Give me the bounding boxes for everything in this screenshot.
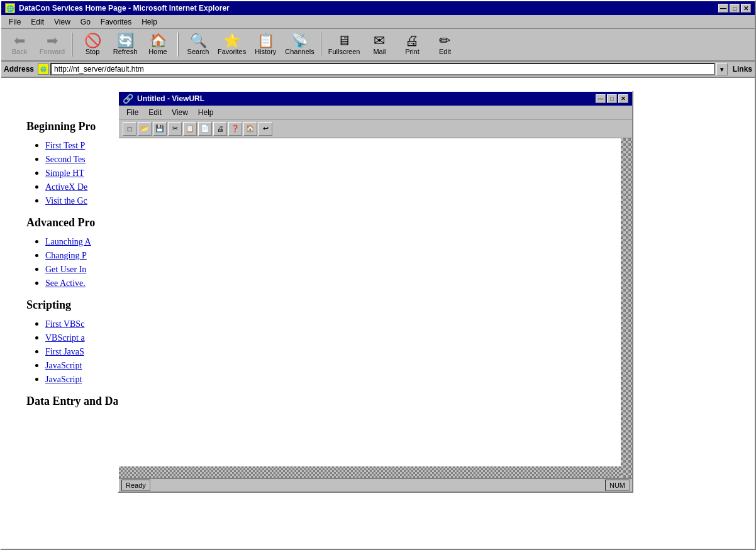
link-launching[interactable]: Launching A [45, 237, 91, 246]
ie-close-button[interactable]: ✕ [741, 4, 751, 13]
history-button[interactable]: 📋 History [250, 30, 281, 59]
menu-file[interactable]: File [4, 16, 26, 28]
popup-status-text: Ready [121, 480, 150, 491]
popup-title-bar: 🔗 Untitled - ViewURL — □ ✕ [119, 92, 632, 106]
popup-restore-button[interactable]: □ [607, 94, 617, 103]
viewurl-popup: 🔗 Untitled - ViewURL — □ ✕ File Edit Vie… [118, 91, 633, 493]
popup-paste-button[interactable]: 📄 [198, 122, 212, 136]
refresh-icon: 🔄 [117, 34, 134, 48]
favorites-icon: ⭐ [223, 34, 240, 48]
popup-title: Untitled - ViewURL [137, 94, 204, 103]
favorites-button[interactable]: ⭐ Favorites [215, 30, 248, 59]
edit-button[interactable]: ✏ Edit [429, 30, 460, 59]
popup-content-area [119, 138, 632, 478]
print-icon: 🖨 [405, 34, 419, 48]
ie-toolbar: ⬅ Back ➡ Forward 🚫 Stop 🔄 Refresh 🏠 Home… [1, 29, 755, 62]
channels-icon: 📡 [291, 34, 308, 48]
address-bar: Address 🌐 ▼ Links [1, 62, 755, 78]
ie-title-buttons: — □ ✕ [718, 4, 751, 13]
ie-menu-bar: File Edit View Go Favorites Help [1, 15, 755, 29]
forward-icon: ➡ [47, 34, 58, 48]
menu-view[interactable]: View [49, 16, 75, 28]
toolbar-separator-1 [72, 33, 73, 57]
link-visit[interactable]: Visit the Gc [45, 196, 87, 206]
mail-icon: ✉ [374, 34, 385, 48]
link-javascript1[interactable]: First JavaS [45, 347, 84, 356]
menu-help[interactable]: Help [136, 16, 162, 28]
ie-window: 🌐 DataCon Services Home Page - Microsoft… [0, 0, 756, 550]
stop-icon: 🚫 [84, 34, 101, 48]
content-area: Welcome to the DataCon Services Home Pag… [1, 78, 755, 549]
link-changing[interactable]: Changing P [45, 251, 87, 260]
popup-menu-help[interactable]: Help [193, 107, 219, 118]
address-page-icon: 🌐 [38, 63, 49, 75]
popup-menu-bar: File Edit View Help [119, 106, 632, 119]
fullscreen-button[interactable]: 🖥 Fullscreen [326, 30, 363, 59]
popup-copy-button[interactable]: 📋 [183, 122, 197, 136]
popup-new-button[interactable]: □ [123, 122, 136, 136]
popup-window-icon: 🔗 [123, 94, 133, 104]
back-button[interactable]: ⬅ Back [4, 30, 35, 59]
popup-horizontal-scrollbar[interactable] [119, 466, 621, 478]
link-second-test[interactable]: Second Tes [45, 155, 86, 164]
popup-status-bar: Ready NUM [119, 478, 632, 492]
ie-minimize-button[interactable]: — [718, 4, 728, 13]
popup-save-button[interactable]: 💾 [153, 122, 167, 136]
home-icon: 🏠 [150, 34, 167, 48]
popup-title-buttons: — □ ✕ [596, 94, 628, 103]
popup-menu-edit[interactable]: Edit [143, 107, 167, 118]
link-see-active[interactable]: See Active. [45, 278, 86, 288]
link-activex[interactable]: ActiveX De [45, 182, 87, 192]
forward-button[interactable]: ➡ Forward [36, 30, 68, 59]
link-vbscript1[interactable]: First VBSc [45, 319, 84, 329]
link-first-test[interactable]: First Test P [45, 141, 85, 150]
popup-open-button[interactable]: 📂 [138, 122, 152, 136]
popup-num-indicator: NUM [605, 480, 630, 491]
popup-content-inner [119, 138, 621, 478]
menu-go[interactable]: Go [75, 16, 96, 28]
toolbar-separator-3 [321, 33, 322, 57]
popup-menu-view[interactable]: View [167, 107, 193, 118]
ie-window-title: DataCon Services Home Page - Microsoft I… [19, 4, 230, 13]
refresh-button[interactable]: 🔄 Refresh [109, 30, 141, 59]
popup-menu-file[interactable]: File [121, 107, 143, 118]
search-icon: 🔍 [190, 34, 207, 48]
menu-edit[interactable]: Edit [26, 16, 49, 28]
popup-minimize-button[interactable]: — [596, 94, 606, 103]
back-icon: ⬅ [14, 34, 25, 48]
fullscreen-icon: 🖥 [337, 34, 351, 48]
address-dropdown-button[interactable]: ▼ [716, 63, 728, 75]
toolbar-separator-2 [177, 33, 179, 57]
mail-button[interactable]: ✉ Mail [364, 30, 395, 59]
address-label: Address [4, 65, 34, 74]
ie-maximize-button[interactable]: □ [730, 4, 740, 13]
search-button[interactable]: 🔍 Search [182, 30, 214, 59]
link-vbscript2[interactable]: VBScript a [45, 333, 85, 343]
link-javascript3[interactable]: JavaScript [45, 375, 82, 384]
history-icon: 📋 [257, 34, 274, 48]
link-simple-ht[interactable]: Simple HT [45, 168, 84, 178]
link-get-user[interactable]: Get User In [45, 265, 86, 274]
menu-favorites[interactable]: Favorites [96, 16, 136, 28]
link-javascript2[interactable]: JavaScript [45, 361, 82, 370]
popup-home-button[interactable]: 🏠 [243, 122, 257, 136]
stop-button[interactable]: 🚫 Stop [77, 30, 108, 59]
popup-help-button[interactable]: ❓ [228, 122, 242, 136]
print-button[interactable]: 🖨 Print [396, 30, 428, 59]
popup-close-button[interactable]: ✕ [618, 94, 628, 103]
channels-button[interactable]: 📡 Channels [282, 30, 316, 59]
ie-window-icon: 🌐 [5, 3, 15, 13]
links-button[interactable]: Links [733, 65, 752, 74]
address-input[interactable] [50, 63, 715, 75]
edit-icon: ✏ [439, 34, 450, 48]
ie-title-bar: 🌐 DataCon Services Home Page - Microsoft… [1, 1, 755, 15]
popup-cut-button[interactable]: ✂ [168, 122, 182, 136]
home-button[interactable]: 🏠 Home [142, 30, 174, 59]
popup-toolbar: □ 📂 💾 ✂ 📋 📄 🖨 ❓ 🏠 ↩ [119, 119, 632, 138]
popup-print-button[interactable]: 🖨 [213, 122, 227, 136]
popup-back-button[interactable]: ↩ [258, 122, 272, 136]
popup-vertical-scrollbar[interactable] [621, 138, 632, 466]
